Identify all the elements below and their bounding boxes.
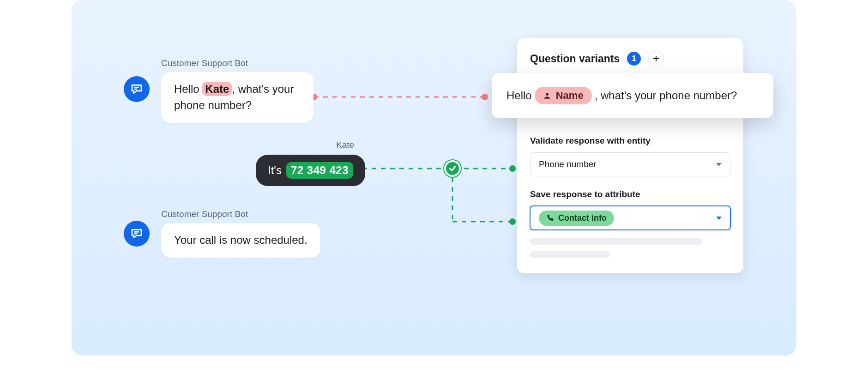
message-text: Hello	[174, 83, 202, 95]
sender-label: Customer Support Bot	[161, 58, 248, 68]
name-variable-label: Name	[556, 90, 584, 102]
chevron-down-icon	[716, 163, 722, 166]
svg-point-10	[546, 93, 549, 96]
plus-icon	[652, 55, 660, 62]
add-variant-button[interactable]	[648, 51, 664, 66]
user-message-bubble: It's 72 349 423	[256, 155, 365, 186]
validation-check-icon	[444, 160, 461, 177]
placeholder-line	[530, 251, 610, 258]
bot-message-bubble: Your call is now scheduled.	[161, 223, 320, 258]
message-text: It's	[268, 164, 282, 177]
dropdown-value: Phone number	[539, 159, 597, 169]
validate-entity-dropdown[interactable]: Phone number	[530, 152, 730, 176]
bot-avatar-icon	[124, 221, 150, 247]
message-text: ,	[232, 83, 238, 95]
connector-dot	[509, 218, 516, 225]
save-attribute-dropdown[interactable]: Contact info	[530, 206, 730, 230]
variant-text: Hello	[506, 89, 532, 102]
validate-entity-label: Validate response with entity	[530, 136, 730, 146]
phone-icon	[546, 214, 554, 222]
question-variant-card[interactable]: Hello Name , what's your phone number?	[492, 73, 773, 118]
variant-count-badge: 1	[627, 52, 641, 66]
person-icon	[543, 91, 551, 100]
panel-title: Question variants	[530, 53, 620, 65]
placeholder-line	[530, 238, 702, 245]
phone-number-highlight: 72 349 423	[286, 162, 353, 179]
bot-avatar-icon	[124, 76, 150, 102]
attribute-chip: Contact info	[539, 211, 614, 226]
name-highlight: Kate	[202, 82, 232, 96]
connector-dot	[482, 94, 488, 100]
illustration-canvas: Customer Support Bot Hello Kate, what's …	[72, 0, 796, 356]
name-variable-token[interactable]: Name	[535, 87, 592, 104]
chevron-down-icon	[716, 217, 722, 220]
sender-label: Kate	[336, 140, 354, 150]
save-attribute-label: Save response to attribute	[530, 189, 730, 199]
sender-label: Customer Support Bot	[161, 209, 248, 219]
bot-message-bubble: Hello Kate, what's your phone number?	[161, 72, 313, 123]
variant-text: , what's your phone number?	[595, 89, 737, 102]
attribute-chip-label: Contact info	[558, 213, 607, 223]
connector-dot	[509, 165, 516, 172]
message-text: Your call is now scheduled.	[174, 234, 307, 246]
